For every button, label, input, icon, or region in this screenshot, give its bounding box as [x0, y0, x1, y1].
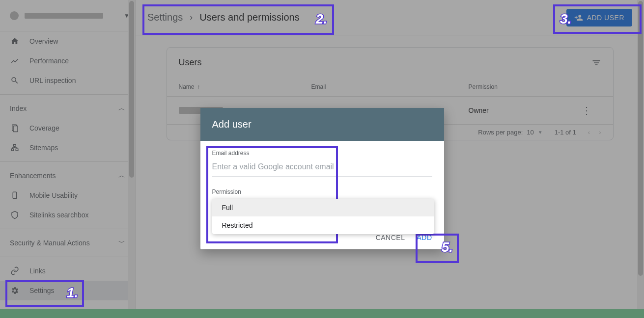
add-button[interactable]: ADD — [417, 234, 432, 241]
cancel-button[interactable]: CANCEL — [376, 234, 405, 241]
dialog-body: Email address Permission Full Restricted — [200, 141, 444, 230]
email-input[interactable] — [212, 158, 432, 177]
permission-label: Permission — [212, 188, 432, 195]
add-user-dialog: Add user Email address Permission Full R… — [200, 108, 444, 249]
modal-overlay[interactable]: Add user Email address Permission Full R… — [0, 0, 644, 309]
email-label: Email address — [212, 150, 432, 157]
dialog-title: Add user — [200, 108, 444, 141]
permission-option-restricted[interactable]: Restricted — [212, 216, 434, 234]
app-frame: ▼ Overview Performance URL inspection — [0, 0, 644, 309]
permission-option-full[interactable]: Full — [212, 199, 434, 216]
permission-dropdown: Full Restricted — [212, 199, 434, 234]
